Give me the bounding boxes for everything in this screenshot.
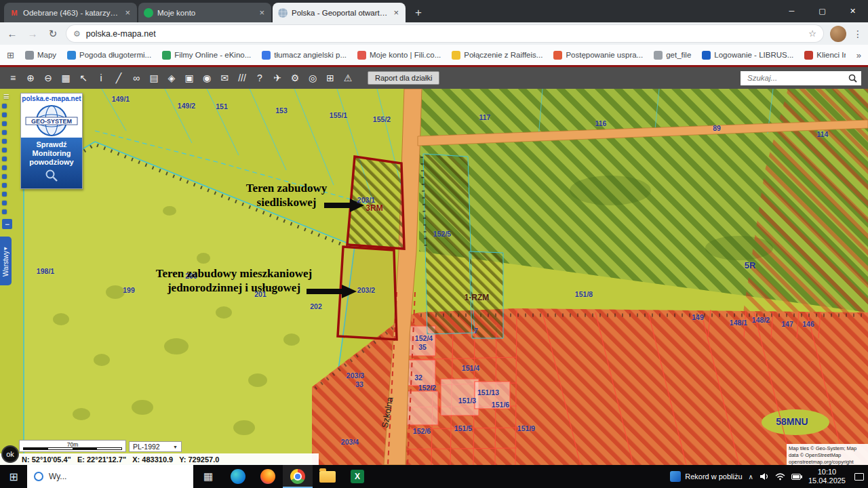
panel-dot[interactable] bbox=[2, 192, 7, 197]
bookmarks-bar: ⊞ MapyPogoda długotermi...Filmy Online -… bbox=[0, 45, 868, 65]
panel-dot[interactable] bbox=[2, 201, 7, 205]
bookmarks-overflow-icon[interactable]: » bbox=[856, 50, 861, 60]
tab-close-icon[interactable]: × bbox=[258, 7, 266, 18]
panel-dot[interactable] bbox=[2, 139, 7, 144]
panel-dot[interactable] bbox=[2, 209, 7, 214]
street-view-icon[interactable]: ◉ bbox=[198, 70, 216, 86]
ok-button[interactable]: ok bbox=[1, 445, 19, 463]
site-settings-icon[interactable]: ⚙ bbox=[73, 29, 81, 39]
reload-icon[interactable]: ↻ bbox=[46, 28, 60, 40]
panel-dot[interactable] bbox=[2, 104, 7, 108]
measure-icon[interactable]: ╱ bbox=[110, 70, 127, 86]
zoom-in-icon[interactable]: ⊕ bbox=[22, 70, 39, 86]
address-bar[interactable]: ⚙ polska.e-mapa.net ☆ bbox=[66, 25, 823, 42]
panel-dot[interactable] bbox=[2, 174, 7, 179]
panel-dot[interactable] bbox=[2, 130, 7, 135]
browser-titlebar: MOdebrane (463) - katarzynakuc...×Moje k… bbox=[0, 0, 868, 22]
send-icon[interactable]: ✈ bbox=[269, 70, 286, 86]
chrome-icon[interactable] bbox=[283, 465, 313, 488]
select-area-icon[interactable]: ▦ bbox=[57, 70, 75, 86]
tab-title: Polska - Geoportal otwartych d... bbox=[292, 9, 388, 17]
excel-logo: X bbox=[351, 470, 364, 483]
bookmark-item[interactable]: Logowanie - LIBRUS... bbox=[702, 51, 793, 60]
notification-center-icon[interactable] bbox=[854, 473, 864, 481]
cart-icon[interactable]: ⊞ bbox=[321, 70, 339, 86]
task-view-icon[interactable]: ▦ bbox=[193, 465, 223, 488]
network-icon[interactable] bbox=[775, 473, 785, 481]
browser-tab[interactable]: Moje konto× bbox=[138, 3, 271, 22]
panel-dot[interactable] bbox=[2, 121, 7, 126]
tab-close-icon[interactable]: × bbox=[123, 7, 132, 18]
bookmark-item[interactable]: Moje konto | Fili.co... bbox=[357, 51, 441, 60]
bookmark-item[interactable]: Połączenie z Raiffeis... bbox=[452, 51, 542, 60]
link-icon[interactable]: ∞ bbox=[127, 70, 145, 86]
bookmark-star-icon[interactable]: ☆ bbox=[808, 28, 816, 39]
panel-dot[interactable] bbox=[2, 183, 7, 188]
pointer-icon[interactable]: ↖ bbox=[75, 70, 92, 86]
parcel-report-button[interactable]: Raport dla działki bbox=[368, 71, 439, 85]
settings-icon[interactable]: ⚙ bbox=[286, 70, 304, 86]
profile-avatar[interactable] bbox=[830, 26, 846, 42]
locate-icon[interactable]: ◎ bbox=[304, 70, 321, 86]
panel-dot[interactable] bbox=[2, 157, 7, 161]
volume-icon[interactable] bbox=[760, 472, 769, 481]
geoportal-logo-panel[interactable]: polska.e-mapa.net GEO-SYSTEM Sprawdź Mon… bbox=[20, 93, 83, 189]
panel-dot[interactable] bbox=[2, 113, 7, 117]
start-button[interactable]: ⊞ bbox=[0, 465, 27, 488]
apps-grid-icon[interactable]: ⊞ bbox=[7, 50, 14, 60]
url-text[interactable]: polska.e-mapa.net bbox=[86, 29, 804, 39]
help-icon[interactable]: ? bbox=[251, 70, 269, 86]
add-marker-icon[interactable]: ◈ bbox=[163, 70, 180, 86]
taskbar-search[interactable]: Wy... bbox=[27, 465, 193, 488]
map-tool-icons: ≡⊕⊖▦↖i╱∞▤◈▣◉✉///?✈⚙◎⊞⚠ bbox=[4, 70, 357, 86]
battery-icon[interactable] bbox=[791, 474, 802, 480]
layers-icon[interactable]: ≡ bbox=[4, 70, 22, 86]
map-canvas[interactable] bbox=[0, 89, 868, 465]
bookmark-item[interactable]: get_file bbox=[654, 51, 691, 60]
bookmark-item[interactable]: Filmy Online - eKino... bbox=[162, 51, 251, 60]
new-tab-button[interactable]: + bbox=[410, 4, 427, 22]
crs-selector[interactable]: PL-1992 ▼ bbox=[129, 441, 182, 452]
bookmark-favicon bbox=[804, 51, 813, 60]
close-button[interactable]: ✕ bbox=[837, 0, 868, 22]
panel-dot[interactable] bbox=[2, 165, 7, 170]
zoom-out-icon[interactable]: ⊖ bbox=[39, 70, 57, 86]
panel-layers-icon[interactable]: ≡ bbox=[3, 90, 9, 102]
attribution-link[interactable]: openstreetmap.org/copyright bbox=[789, 459, 866, 466]
tab-strip: MOdebrane (463) - katarzynakuc...×Moje k… bbox=[0, 0, 427, 22]
bookmark-favicon bbox=[702, 51, 711, 60]
panel-collapse-button[interactable]: − bbox=[2, 219, 12, 229]
info-icon[interactable]: i bbox=[92, 70, 110, 86]
bookmark-item[interactable]: tłumacz angielski p... bbox=[262, 51, 347, 60]
bookmark-item[interactable]: Postępowanie uspra... bbox=[553, 51, 643, 60]
hatch-icon[interactable]: /// bbox=[233, 70, 251, 86]
warning-icon[interactable]: ⚠ bbox=[339, 70, 357, 86]
maximize-button[interactable]: ▢ bbox=[807, 0, 837, 22]
bookmark-item[interactable]: Klienci Indywidualni... bbox=[804, 51, 845, 60]
news-widget[interactable]: Rekord w pobliżu bbox=[670, 471, 742, 482]
flood-monitoring-banner[interactable]: Sprawdź Monitoring powodziowy bbox=[21, 138, 82, 188]
firefox-icon[interactable] bbox=[253, 465, 283, 488]
browser-tab[interactable]: MOdebrane (463) - katarzynakuc...× bbox=[4, 3, 137, 22]
hidden-icons-chevron[interactable]: ∧ bbox=[749, 473, 753, 481]
forward-icon[interactable]: → bbox=[26, 28, 39, 39]
tab-close-icon[interactable]: × bbox=[392, 7, 400, 18]
browser-menu-icon[interactable]: ⋮ bbox=[853, 28, 863, 39]
layers-t​ab[interactable]: ▸ Warstwy bbox=[0, 237, 12, 285]
back-icon[interactable]: ← bbox=[5, 28, 19, 39]
browser-tab[interactable]: Polska - Geoportal otwartych d...× bbox=[273, 3, 406, 22]
file-explorer-icon[interactable] bbox=[313, 465, 342, 488]
bookmark-item[interactable]: Mapy bbox=[25, 51, 56, 60]
minimize-button[interactable]: ─ bbox=[776, 0, 807, 22]
excel-icon[interactable]: X bbox=[342, 465, 372, 488]
panel-dot[interactable] bbox=[2, 148, 7, 152]
taskbar-clock[interactable]: 10:10 15.04.2025 bbox=[808, 468, 846, 485]
file-explorer-logo bbox=[319, 471, 336, 483]
message-icon[interactable]: ✉ bbox=[216, 70, 233, 86]
compare-icon[interactable]: ▣ bbox=[180, 70, 198, 86]
print-icon[interactable]: ▤ bbox=[145, 70, 163, 86]
map-search-input[interactable] bbox=[746, 73, 846, 83]
bookmark-item[interactable]: Pogoda długotermi... bbox=[67, 51, 151, 60]
search-icon[interactable] bbox=[846, 72, 859, 84]
edge-icon[interactable] bbox=[223, 465, 253, 488]
